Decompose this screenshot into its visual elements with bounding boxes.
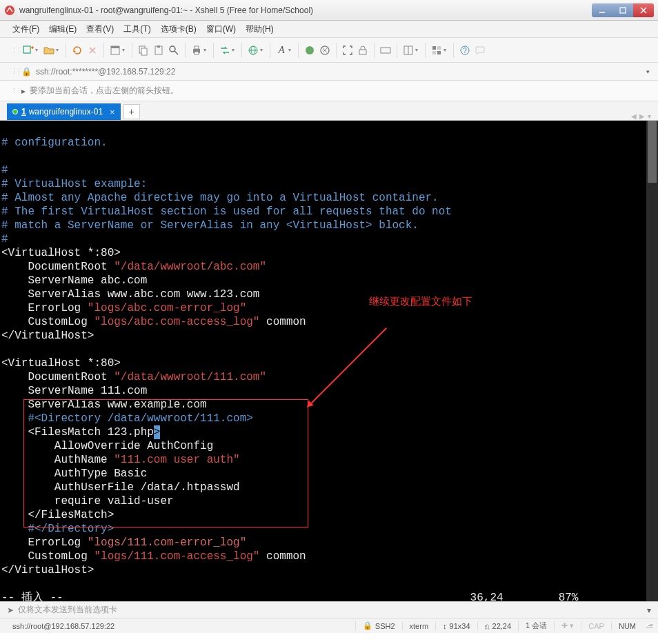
tile-icon[interactable] [430,43,443,57]
svg-rect-9 [141,48,147,55]
compose-placeholder: 仅将文本发送到当前选项卡 [18,604,117,616]
svg-rect-16 [195,52,199,54]
tab-number: 1 [21,107,26,117]
tab-close-icon[interactable]: × [110,107,115,117]
script2-icon[interactable] [318,43,332,57]
help-icon[interactable]: ? [458,43,472,57]
svg-rect-22 [359,50,366,54]
svg-rect-31 [432,51,436,54]
window-title: wangruifenglinux-01 - root@wangruifeng-0… [19,6,592,15]
status-num: NUM [611,622,643,630]
minimize-button[interactable] [592,3,612,17]
tab-label: wangruifenglinux-01 [29,107,103,117]
status-bar: ssh://root@192.168.57.129:22 🔒SSH2 xterm… [0,618,658,633]
status-dot-icon [12,109,18,114]
menu-edit[interactable]: 编辑(E) [49,23,77,35]
print-icon[interactable] [190,43,203,57]
annotation-line [308,328,386,406]
tab-bar: 1 wangruifenglinux-01 × + ◀ ▶ ▾ [0,101,658,121]
annotation-box [23,399,308,527]
address-text[interactable]: ssh://root:********@192.168.57.129:22 [36,67,175,77]
tab-prev-icon[interactable]: ◀ [631,112,637,120]
fullscreen-icon[interactable] [341,43,355,57]
svg-rect-30 [437,46,441,50]
svg-text:?: ? [463,47,467,54]
transfer-icon[interactable] [218,43,232,57]
menu-window[interactable]: 窗口(W) [206,23,236,35]
menu-file[interactable]: 文件(F) [12,23,39,35]
svg-rect-29 [432,46,436,50]
status-plus: ✚ ▾ [554,621,581,630]
menu-tools[interactable]: 工具(T) [123,23,150,35]
find-icon[interactable] [167,43,181,57]
status-size: ↕91x34 [435,622,477,630]
toolbar-grip[interactable]: ⋮⋮ [11,49,16,52]
compose-icon: ➤ [7,605,14,615]
new-tab-button[interactable]: + [123,104,140,119]
paste-icon[interactable] [152,43,166,57]
scrollbar-thumb[interactable] [648,121,657,183]
svg-rect-7 [111,46,119,48]
svg-rect-11 [157,46,160,48]
status-connection: ssh://root@192.168.57.129:22 [6,622,355,630]
app-icon [4,5,15,16]
tab-next-icon[interactable]: ▶ [639,112,645,120]
menu-view[interactable]: 查看(V) [86,23,114,35]
session-tab[interactable]: 1 wangruifenglinux-01 × [7,103,121,120]
toolbar: ⋮⋮ ▾ ▾ ▾ ▾ ▾ ▾ A▾ ▾ ▾ ? [0,38,658,63]
maximize-button[interactable] [612,3,633,17]
lock-icon[interactable] [356,43,370,57]
script-icon[interactable] [303,43,317,57]
svg-rect-2 [620,8,626,13]
status-protocol: 🔒SSH2 [355,621,402,630]
tab-nav: ◀ ▶ ▾ [631,112,651,120]
menubar: 文件(F) 编辑(E) 查看(V) 工具(T) 选项卡(B) 窗口(W) 帮助(… [0,21,658,38]
menu-help[interactable]: 帮助(H) [246,23,274,35]
annotation-text: 继续更改配置文件如下 [369,294,472,308]
add-session-icon[interactable]: ▸ [21,86,26,96]
svg-rect-5 [23,46,30,53]
feedback-icon[interactable] [473,43,487,57]
svg-rect-32 [437,51,441,54]
terminal[interactable]: # configuration. # # VirtualHost example… [0,121,658,601]
status-cursor: ⎌22,24 [477,622,519,630]
reconnect-icon[interactable] [70,43,84,57]
globe-icon[interactable] [246,43,260,57]
svg-line-13 [175,51,178,54]
hint-bar: ⋮⋮ ▸ 要添加当前会话，点击左侧的箭头按钮。 [0,81,658,101]
compose-bar[interactable]: ➤ 仅将文本发送到当前选项卡 ▾ [0,601,658,618]
svg-rect-15 [195,46,199,49]
hint-text: 要添加当前会话，点击左侧的箭头按钮。 [30,85,179,97]
tab-list-icon[interactable]: ▾ [648,112,651,120]
address-dropdown-icon[interactable]: ▾ [646,68,650,75]
menu-tabs[interactable]: 选项卡(B) [161,23,197,35]
status-term: xterm [402,622,436,630]
lock-small-icon: 🔒 [21,67,32,77]
svg-point-20 [306,46,314,54]
svg-point-12 [170,46,175,52]
copy-icon[interactable] [137,43,150,57]
vertical-scrollbar[interactable] [646,121,658,601]
keyboard-icon[interactable] [379,43,392,57]
titlebar: wangruifenglinux-01 - root@wangruifeng-0… [0,0,658,21]
close-button[interactable] [633,3,654,17]
resize-grip[interactable] [643,624,652,627]
secure-icon: 🔒 [363,621,372,630]
hint-grip[interactable]: ⋮⋮ [11,90,16,92]
status-cap: CAP [581,622,611,630]
layout-icon[interactable] [401,43,415,57]
address-bar: ⋮⋮ 🔒 ssh://root:********@192.168.57.129:… [0,63,658,81]
font-icon[interactable]: A [275,43,288,57]
open-icon[interactable] [42,43,56,57]
compose-dropdown-icon[interactable]: ▾ [647,605,651,615]
properties-icon[interactable] [108,43,122,57]
svg-rect-23 [381,48,390,53]
status-sessions: 1 会话 [518,621,554,631]
disconnect-icon[interactable] [86,43,99,57]
addr-grip[interactable]: ⋮⋮ [11,70,16,73]
new-session-icon[interactable] [21,43,35,57]
